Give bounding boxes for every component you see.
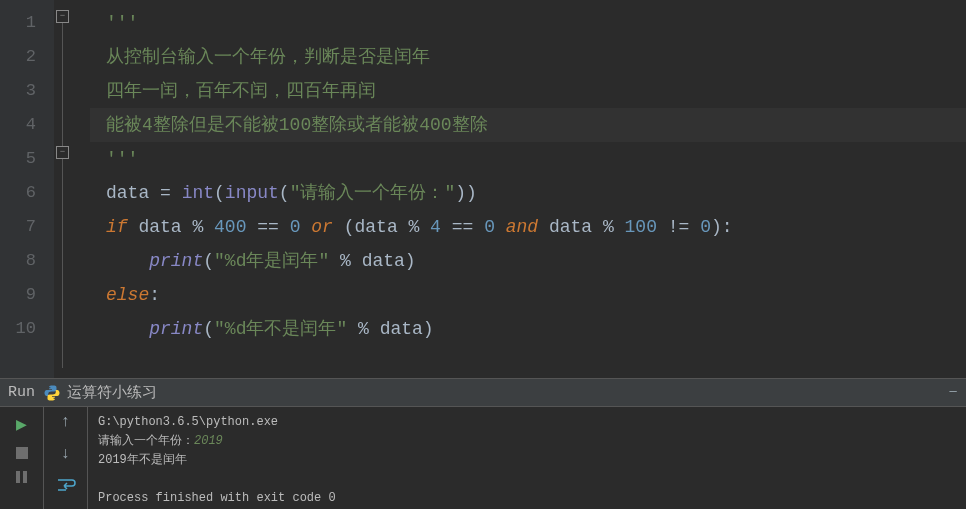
code-token: "%d年不是闰年" xyxy=(214,319,358,339)
line-number: 3 xyxy=(0,74,54,108)
run-panel: ▶ ↑ ↓ G:\python3.6.5\python.exe 请输入一个年份：… xyxy=(0,406,966,509)
code-token: 0 xyxy=(484,217,506,237)
code-token: % data) xyxy=(358,319,434,339)
docstring-close: ''' xyxy=(106,149,138,169)
code-token: 0 xyxy=(700,217,711,237)
scroll-up-icon[interactable]: ↑ xyxy=(61,413,71,431)
scroll-down-icon[interactable]: ↓ xyxy=(61,445,71,463)
code-token: or xyxy=(311,217,333,237)
code-token: data xyxy=(106,183,160,203)
code-token: != xyxy=(668,217,700,237)
code-token: and xyxy=(506,217,538,237)
code-token xyxy=(106,251,149,271)
rerun-button[interactable]: ▶ xyxy=(16,413,27,435)
line-number: 2 xyxy=(0,40,54,74)
docstring-line: 从控制台输入一个年份，判断是否是闰年 xyxy=(106,47,430,67)
code-token: == xyxy=(257,217,289,237)
stop-button[interactable] xyxy=(16,447,28,459)
code-token: data % xyxy=(138,217,214,237)
docstring-line: 四年一闰，百年不闰，四百年再闰 xyxy=(106,81,376,101)
code-token: else xyxy=(106,285,149,305)
code-token: 100 xyxy=(625,217,668,237)
line-number: 10 xyxy=(0,312,54,346)
line-number: 1 xyxy=(0,6,54,40)
docstring-open: ''' xyxy=(106,13,138,33)
fold-start-icon[interactable]: − xyxy=(56,10,69,23)
console-line: G:\python3.6.5\python.exe xyxy=(98,413,956,432)
run-label: Run xyxy=(8,384,35,401)
python-icon xyxy=(43,384,61,402)
docstring-line: 能被4整除但是不能被100整除或者能被400整除 xyxy=(106,115,488,135)
code-token: ( xyxy=(214,183,225,203)
line-number-gutter: 1 2 3 4 5 6 7 8 9 10 xyxy=(0,0,54,378)
fold-column: − − xyxy=(54,0,90,378)
console-output[interactable]: G:\python3.6.5\python.exe 请输入一个年份：2019 2… xyxy=(88,407,966,509)
code-token: input xyxy=(225,183,279,203)
console-exit-line: Process finished with exit code 0 xyxy=(98,489,956,508)
console-tool-column: ↑ ↓ xyxy=(44,407,88,509)
fold-end-icon[interactable]: − xyxy=(56,146,69,159)
run-tool-column: ▶ xyxy=(0,407,44,509)
hide-panel-icon[interactable]: — xyxy=(946,385,960,399)
code-token: 4 xyxy=(430,217,452,237)
code-editor[interactable]: 1 2 3 4 5 6 7 8 9 10 − − ''' 从控制台输入一个年份，… xyxy=(0,0,966,378)
code-token xyxy=(106,319,149,339)
code-token: % data) xyxy=(340,251,416,271)
line-number: 6 xyxy=(0,176,54,210)
code-token: ( xyxy=(203,319,214,339)
code-token: ): xyxy=(711,217,733,237)
code-token: int xyxy=(182,183,214,203)
code-token: == xyxy=(452,217,484,237)
code-token xyxy=(128,217,139,237)
code-area[interactable]: ''' 从控制台输入一个年份，判断是否是闰年 四年一闰，百年不闰，四百年再闰 能… xyxy=(90,0,966,378)
run-config-name: 运算符小练习 xyxy=(67,383,157,402)
code-token: "%d年是闰年" xyxy=(214,251,340,271)
code-token: = xyxy=(160,183,182,203)
code-token: print xyxy=(149,319,203,339)
console-blank xyxy=(98,470,956,489)
soft-wrap-icon[interactable] xyxy=(56,477,76,493)
code-token: 0 xyxy=(290,217,312,237)
code-token: data % xyxy=(538,217,624,237)
code-token: if xyxy=(106,217,128,237)
line-number: 8 xyxy=(0,244,54,278)
line-number: 4 xyxy=(0,108,54,142)
code-token: ( xyxy=(203,251,214,271)
code-token: print xyxy=(149,251,203,271)
code-token: : xyxy=(149,285,160,305)
console-line: 2019年不是闰年 xyxy=(98,451,956,470)
line-number: 5 xyxy=(0,142,54,176)
console-line: 请输入一个年份：2019 xyxy=(98,432,956,451)
code-token: )) xyxy=(455,183,477,203)
code-token: 400 xyxy=(214,217,257,237)
run-toolwindow-header[interactable]: Run 运算符小练习 xyxy=(0,378,966,406)
console-user-input: 2019 xyxy=(194,434,223,448)
code-token: (data % xyxy=(333,217,430,237)
console-prompt: 请输入一个年份： xyxy=(98,434,194,448)
code-token: "请输入一个年份：" xyxy=(290,183,456,203)
code-token: ( xyxy=(279,183,290,203)
pause-button[interactable] xyxy=(16,471,27,483)
line-number: 9 xyxy=(0,278,54,312)
line-number: 7 xyxy=(0,210,54,244)
